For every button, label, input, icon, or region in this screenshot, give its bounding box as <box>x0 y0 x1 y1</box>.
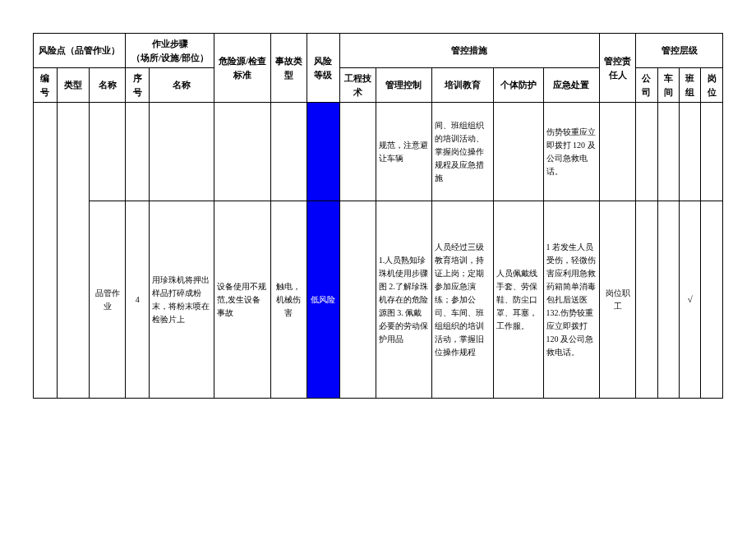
cell-type <box>57 103 90 399</box>
cell-engineering <box>339 103 376 201</box>
cell-name <box>90 103 126 201</box>
cell-responsible: 岗位职工 <box>599 201 635 399</box>
cell-post <box>701 103 723 201</box>
col-team: 班组 <box>679 68 700 103</box>
col-hazard: 危险源/检查标准 <box>214 34 270 103</box>
cell-seq <box>126 103 150 201</box>
cell-workshop <box>657 201 679 399</box>
col-step-group: 作业步骤 （场所/设施/部位） <box>126 34 214 68</box>
cell-training: 间、班组组织的培训活动、掌握岗位操作规程及应急措施 <box>432 103 494 201</box>
col-name: 名称 <box>90 68 126 103</box>
cell-team <box>679 103 700 201</box>
col-measures: 管控措施 <box>339 34 599 68</box>
cell-engineering <box>339 201 376 399</box>
cell-step-name: 用珍珠机将押出样品打碎成粉末，将粉末喷在检验片上 <box>150 201 214 399</box>
col-responsible: 管控责任人 <box>599 34 635 103</box>
col-risk-point: 风险点（品管作业） <box>34 34 126 68</box>
cell-management: 1.人员熟知珍珠机使用步骤图 2.了解珍珠机存在的危险源图 3. 佩戴必要的劳动… <box>376 201 431 399</box>
cell-hazard <box>214 103 270 201</box>
cell-number <box>34 103 58 399</box>
col-step-name: 名称 <box>150 68 214 103</box>
cell-workshop <box>657 103 679 201</box>
cell-step-name <box>150 103 214 201</box>
col-type: 类型 <box>57 68 90 103</box>
col-training: 培训教育 <box>432 68 494 103</box>
cell-risk <box>307 103 339 201</box>
cell-accident <box>270 103 307 201</box>
col-engineering: 工程技术 <box>339 68 376 103</box>
cell-post <box>701 201 723 399</box>
cell-name: 品管作业 <box>90 201 126 399</box>
cell-accident: 触电，机械伤害 <box>270 201 307 399</box>
cell-company <box>636 201 657 399</box>
cell-emergency: 伤势较重应立即拨打 120 及公司急救电话。 <box>543 103 599 201</box>
cell-risk: 低风险 <box>307 201 339 399</box>
table-body: 规范，注意避让车辆 间、班组组织的培训活动、掌握岗位操作规程及应急措施 伤势较重… <box>34 103 723 399</box>
header-row-1: 风险点（品管作业） 作业步骤 （场所/设施/部位） 危险源/检查标准 事故类型 … <box>34 34 723 68</box>
table-row: 规范，注意避让车辆 间、班组组织的培训活动、掌握岗位操作规程及应急措施 伤势较重… <box>34 103 723 201</box>
col-workshop: 车间 <box>657 68 679 103</box>
cell-protection: 人员佩戴线手套、劳保鞋、防尘口罩、耳塞，工作服。 <box>493 201 543 399</box>
cell-seq: 4 <box>126 201 150 399</box>
col-post: 岗位 <box>701 68 723 103</box>
cell-hazard: 设备使用不规范,发生设备事故 <box>214 201 270 399</box>
cell-responsible <box>599 103 635 201</box>
cell-management: 规范，注意避让车辆 <box>376 103 431 201</box>
cell-team: √ <box>679 201 700 399</box>
col-emergency: 应急处置 <box>543 68 599 103</box>
cell-protection <box>493 103 543 201</box>
col-company: 公司 <box>636 68 657 103</box>
col-accident: 事故类型 <box>270 34 307 103</box>
col-number: 编号 <box>34 68 58 103</box>
col-risk-level: 风险等级 <box>307 34 339 103</box>
col-seq: 序号 <box>126 68 150 103</box>
risk-assessment-table: 风险点（品管作业） 作业步骤 （场所/设施/部位） 危险源/检查标准 事故类型 … <box>33 33 723 399</box>
cell-company <box>636 103 657 201</box>
table-row: 品管作业 4 用珍珠机将押出样品打碎成粉末，将粉末喷在检验片上 设备使用不规范,… <box>34 201 723 399</box>
cell-emergency: 1 若发生人员受伤，轻微伤害应利用急救药箱简单消毒包扎后送医 132.伤势较重应… <box>543 201 599 399</box>
cell-training: 人员经过三级教育培训，持证上岗；定期参加应急演 练；参加公司、车间、班组组织的培… <box>432 201 494 399</box>
col-management: 管理控制 <box>376 68 431 103</box>
col-control-level: 管控层级 <box>636 34 723 68</box>
col-protection: 个体防护 <box>493 68 543 103</box>
table-head: 风险点（品管作业） 作业步骤 （场所/设施/部位） 危险源/检查标准 事故类型 … <box>34 34 723 103</box>
